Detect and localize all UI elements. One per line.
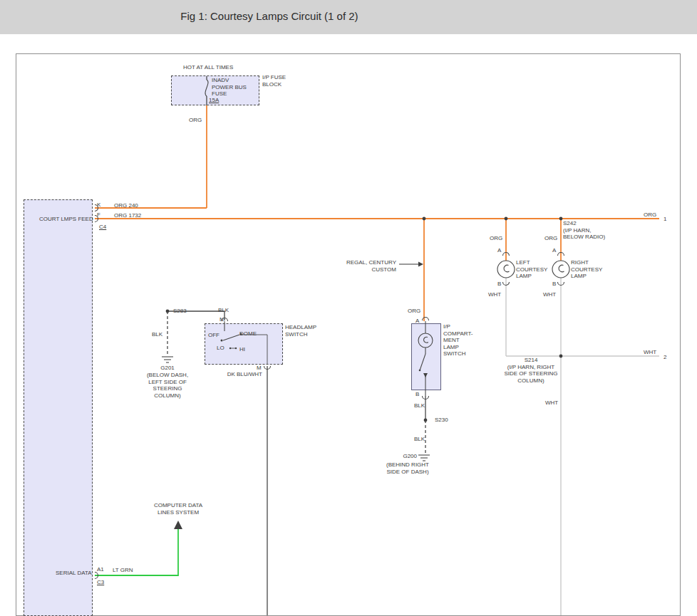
splice-s242-label: S242 (I/P HARN, BELOW RADIO) <box>563 220 605 241</box>
ground-g201-location-label: (BELOW DASH, LEFT SIDE OF STEERING COLUM… <box>147 372 188 399</box>
wht-below-s214-label: WHT <box>545 400 558 407</box>
pin-n-label: N <box>220 316 224 323</box>
left-lamp-org-label: ORG <box>490 235 502 242</box>
ground-g200-label: G200 <box>403 453 417 460</box>
bus-wht-right-label: WHT <box>644 349 656 356</box>
right-lamp-pin-b-label: B <box>552 281 556 288</box>
compartment-switch-label: I/P COMPART- MENT LAMP SWITCH <box>443 323 473 357</box>
connector-c4-label: C4 <box>99 224 106 231</box>
fuse-block-label: I/P FUSE BLOCK <box>262 74 286 88</box>
fuse-rating-label: 15A <box>209 97 219 104</box>
variant-note-label: REGAL, CENTURY CUSTOM <box>346 259 396 273</box>
compartment-lamp-switch-box <box>411 323 441 390</box>
comp-blk-ground-label: BLK <box>414 436 425 443</box>
page-marker-2: 2 <box>664 354 666 361</box>
headlamp-switch-box <box>205 323 283 365</box>
bus-org-right-label: ORG <box>644 212 656 219</box>
headlamp-ground-blk-label: BLK <box>152 331 162 338</box>
comp-org-label: ORG <box>408 308 420 315</box>
pin-a1-label: A1 <box>97 566 104 573</box>
wire-a1-label: LT GRN <box>113 567 133 574</box>
splice-s283-label: S283 <box>173 308 187 315</box>
feed-module-label: COURT LMPS FEED <box>39 216 93 223</box>
position-off-label: OFF <box>208 332 220 339</box>
position-dome-label: DOME <box>239 330 257 338</box>
connector-c3-label: C3 <box>97 579 104 586</box>
ground-g201-label: G201 <box>160 365 175 372</box>
position-lo-label: LO <box>217 345 224 352</box>
right-lamp-org-label: ORG <box>544 235 557 242</box>
page-marker-1: 1 <box>664 216 666 223</box>
figure-title-bar: Fig 1: Courtesy Lamps Circuit (1 of 2) <box>0 0 697 34</box>
left-lamp-pin-b-label: B <box>497 281 501 288</box>
pin-k-label: K <box>97 202 100 209</box>
headlamp-switch-label: HEADLAMP SWITCH <box>285 324 316 338</box>
fuse-name-label: INADV POWER BUS FUSE <box>212 77 247 98</box>
diagram-frame <box>16 53 681 616</box>
hot-at-all-times-label: HOT AT ALL TIMES <box>183 64 233 71</box>
comp-pin-a-label: A <box>415 318 419 325</box>
serial-data-label: SERIAL DATA <box>56 570 92 577</box>
right-lamp-pin-a-label: A <box>552 247 556 254</box>
headlamp-blk-label: BLK <box>218 307 229 314</box>
left-lamp-wht-label: WHT <box>488 291 501 298</box>
dk-blu-wht-label: DK BLU/WHT <box>227 371 262 378</box>
computer-data-lines-label: COMPUTER DATA LINES SYSTEM <box>154 502 202 516</box>
position-hi-label: HI <box>239 346 245 353</box>
pin-f-label: F <box>97 212 100 219</box>
splice-s230-label: S230 <box>435 417 448 424</box>
court-lamps-feed-module-box <box>24 199 93 616</box>
figure-title: Fig 1: Courtesy Lamps Circuit (1 of 2) <box>0 10 539 22</box>
fuse-wire-color-label: ORG <box>189 117 202 124</box>
ground-g200-location-label: (BEHIND RIGHT SIDE OF DASH) <box>386 461 429 475</box>
comp-blk-label: BLK <box>414 402 425 409</box>
wire-f-label: ORG 1732 <box>114 212 141 219</box>
wire-k-label: ORG 240 <box>114 202 138 209</box>
left-lamp-pin-a-label: A <box>497 247 501 254</box>
splice-s214-label: S214 (I/P HARN, RIGHT SIDE OF STEERING C… <box>504 357 557 384</box>
right-courtesy-lamp-label: RIGHT COURTESY LAMP <box>571 259 602 280</box>
wiring-diagram-page: Fig 1: Courtesy Lamps Circuit (1 of 2) <box>0 0 697 616</box>
left-courtesy-lamp-label: LEFT COURTESY LAMP <box>516 259 547 280</box>
comp-pin-b-label: B <box>415 391 419 398</box>
right-lamp-wht-label: WHT <box>543 291 556 298</box>
